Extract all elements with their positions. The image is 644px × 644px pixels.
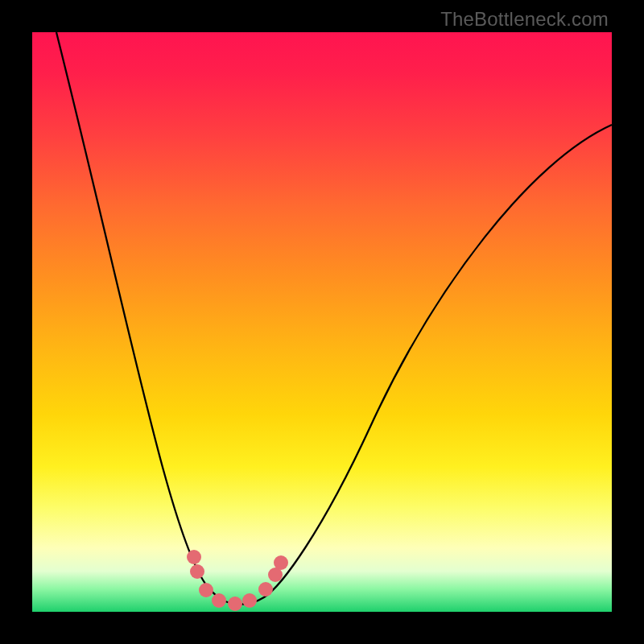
marker-dot xyxy=(228,597,242,611)
marker-dot xyxy=(242,593,257,608)
watermark-text: TheBottleneck.com xyxy=(440,8,609,31)
marker-group xyxy=(187,550,288,611)
marker-dot xyxy=(258,582,273,597)
marker-dot xyxy=(190,564,204,579)
chart-svg xyxy=(32,32,612,612)
marker-dot xyxy=(199,583,213,597)
marker-dot xyxy=(274,555,288,570)
bottleneck-curve-path xyxy=(56,32,612,605)
marker-dot xyxy=(212,593,226,608)
marker-dot xyxy=(187,550,201,564)
